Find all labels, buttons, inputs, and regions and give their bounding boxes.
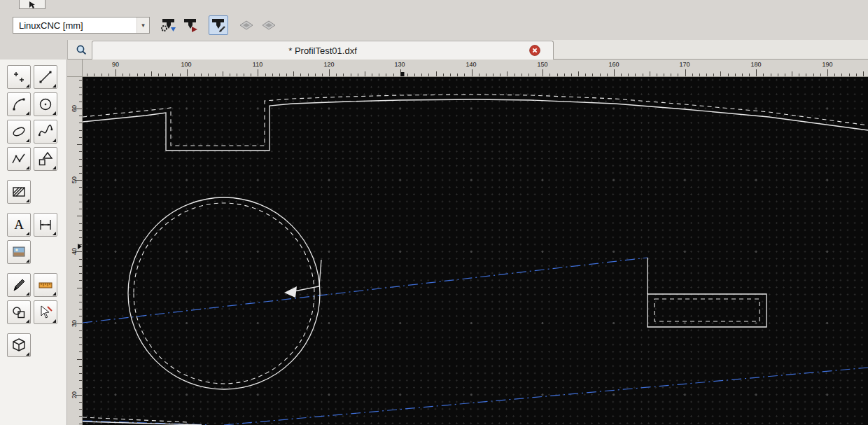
points-tool-button[interactable] [7,65,31,89]
ruler-tick [79,95,82,95]
dxf-drawing [83,77,868,425]
polyline-tool-button[interactable] [7,147,31,171]
ruler-tick [678,74,678,76]
ruler-tick [500,74,500,76]
ruler-label: 60 [71,105,78,112]
cam-edit-button[interactable] [209,15,228,35]
machine-type-value: LinuxCNC [mm] [13,20,136,31]
machine-type-select[interactable]: LinuxCNC [mm] ▾ [13,17,150,34]
ruler-tick [79,330,82,331]
zoom-button[interactable] [74,43,88,57]
ruler-tick [79,130,82,131]
pencil-icon [10,277,27,293]
ruler-tick [528,74,529,76]
ellipse-tool-button[interactable] [7,120,31,144]
line-tool-button[interactable] [34,65,57,89]
selection-tool-button[interactable] [34,300,57,324]
dimension-tool-button[interactable] [34,213,57,237]
ruler-tick [785,74,785,76]
arc-tool-button[interactable] [7,92,31,116]
overlapping-shapes-icon [10,304,27,321]
ruler-tick [79,87,82,88]
ruler-tick [771,74,771,76]
spline-tool-button[interactable] [34,120,57,144]
circle-tool-button[interactable] [34,92,57,116]
ruler-tick [536,74,536,76]
ruler-tick [79,123,82,123]
ruler-tick [130,74,130,76]
ruler-tick [664,74,664,76]
rapid-move-line-1 [83,258,648,323]
cam-export-button[interactable] [181,15,200,35]
ruler-tick [79,202,82,202]
partial-top-button[interactable] [19,0,46,9]
image-icon [10,244,27,260]
dxf-contour-top-profile [83,95,868,146]
ruler-tick [557,74,558,76]
ruler-tick [343,74,344,76]
ruler-tick [79,409,82,410]
cad-tool-palette: A [0,60,67,425]
ruler-tick [585,74,586,76]
ruler-tick [79,151,82,152]
ruler-tick [358,74,358,76]
modify-tool-button[interactable] [7,273,31,297]
ruler-tick [79,223,82,224]
vertical-ruler: 6050403020 [67,77,83,425]
ruler-tick [493,74,493,76]
document-tab[interactable]: * ProfilTest01.dxf [92,41,554,60]
cam-marker-left-button[interactable] [237,15,256,35]
close-tab-button[interactable] [529,45,540,56]
ruler-tick [841,74,842,76]
ruler-tick [592,74,593,76]
ruler-tick [607,74,608,76]
ruler-tick [856,74,857,76]
ruler-tick [643,74,643,76]
cam-toolbar: LinuxCNC [mm] ▾ [0,11,868,39]
ruler-tick [329,69,330,76]
ruler-tick [699,74,700,76]
cam-marker-right-button[interactable] [259,15,279,35]
text-icon: A [10,216,27,233]
chevron-down-icon: ▾ [136,18,149,33]
diamond-icon [238,20,255,31]
ruler-tick [279,74,280,76]
ruler-tick [379,74,379,76]
ruler-label: 140 [465,61,476,68]
horizontal-ruler: 90100110120130140150160170180190 [83,60,868,77]
cam-configuration-button[interactable] [158,15,178,35]
ruler-tick [79,337,82,338]
shape-tool-button[interactable] [34,147,57,171]
ruler-tick [514,74,515,76]
ruler-tick [706,74,707,76]
measure-tool-button[interactable] [34,273,57,297]
line-icon [37,69,54,85]
ruler-tick [863,71,864,76]
ruler-tick [507,71,507,76]
ruler-tick [79,230,82,231]
transform-tool-button[interactable] [7,300,31,324]
ruler-tick [115,69,116,76]
polyline-icon [10,151,27,167]
hatch-tool-button[interactable] [7,180,31,204]
points-icon [10,69,27,85]
ruler-tick [77,359,82,360]
image-tool-button[interactable] [7,240,31,264]
selection-arrow-icon [37,304,54,321]
ruler-tick [308,74,309,76]
ruler-tick [322,74,323,76]
ruler-tick [799,74,799,76]
ruler-tick [230,74,230,76]
solid-tool-button[interactable] [7,333,31,357]
text-tool-button[interactable]: A [7,213,31,237]
ruler-tick [315,74,316,76]
drawing-canvas[interactable] [83,77,868,425]
toolpath-top-profile [83,99,868,151]
toolpath-leadin-line [287,260,321,293]
ruler-tick [713,74,714,76]
ruler-tick [550,74,550,76]
ruler-tick [79,295,82,295]
ruler-tick [79,373,82,374]
ruler-tick [742,74,743,76]
ruler-tick [223,71,223,76]
